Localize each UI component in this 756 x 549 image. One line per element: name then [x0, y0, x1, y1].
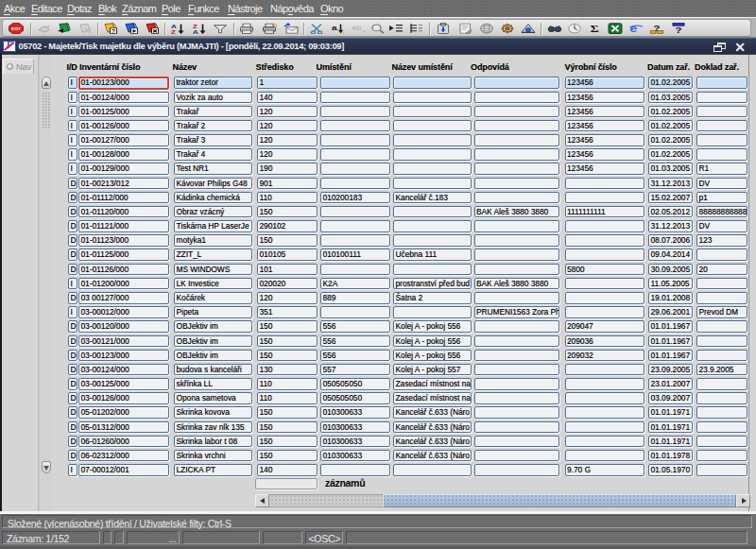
svg-text:?: ?: [653, 23, 660, 32]
svg-text:a: a: [332, 25, 338, 33]
svg-text:EXIT: EXIT: [11, 27, 22, 31]
svg-text:A: A: [193, 29, 198, 35]
svg-text:Σ: Σ: [591, 24, 599, 34]
svg-text:Z: Z: [171, 29, 177, 35]
svg-text:?: ?: [675, 26, 681, 35]
svg-text:e: e: [630, 24, 638, 35]
svg-text:?: ?: [112, 28, 115, 34]
svg-text:a: a: [341, 31, 344, 35]
svg-text:a: a: [361, 31, 364, 35]
